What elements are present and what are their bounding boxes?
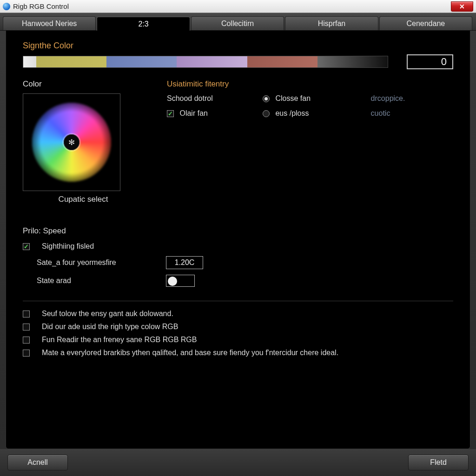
fletd-button[interactable]: Fletd	[408, 455, 469, 470]
spectrum-seg-red	[247, 56, 317, 67]
school-dotrol-label: Schood dotrol	[167, 94, 251, 103]
olair-fan-checkbox[interactable]	[167, 110, 174, 117]
app-window: Rigb RGB Control ✕ Hanwoed Neries 2:3 Co…	[0, 0, 476, 476]
tab-collect[interactable]: Collecitirn	[191, 16, 284, 30]
acnell-label: Acnell	[27, 458, 48, 467]
fletd-label: Fletd	[430, 458, 447, 467]
tab-cenendane[interactable]: Cenendane	[379, 16, 472, 30]
close-fan-radio[interactable]	[263, 95, 270, 102]
spectrum-seg-purple	[177, 56, 247, 67]
content-area: Signthe Color 0 Color ✻ Cupatic select	[6, 31, 470, 449]
check-3[interactable]	[23, 337, 30, 344]
tab-label: Hisprfan	[318, 20, 346, 28]
check-row-2: Did our ade usid the righ type colow RGB	[23, 323, 453, 331]
sighting-checkbox[interactable]	[23, 243, 30, 250]
spectrum-row: 0	[23, 54, 453, 69]
close-fan-label: Closse fan	[275, 94, 311, 102]
color-wheel-box: ✻	[23, 93, 120, 191]
toggle-knob	[168, 277, 177, 286]
settings-title: Usiatimitic fitentry	[167, 79, 453, 89]
check-row-4: Mate a everylored brarkibs ythen qalifte…	[23, 349, 453, 357]
spectrum-seg-olive	[36, 56, 106, 67]
close-icon: ✕	[459, 3, 465, 10]
checklist: Seuf tolow the ensy gant auk dolowand. D…	[23, 310, 453, 362]
close-button[interactable]: ✕	[451, 1, 473, 12]
tab-hisprfan[interactable]: Hisprfan	[285, 16, 378, 30]
tab-bar: Hanwoed Neries 2:3 Collecitirn Hisprfan …	[0, 13, 476, 31]
sate-value-input[interactable]: 1.20C	[166, 256, 203, 269]
divider	[23, 301, 453, 301]
check-row-1: Seuf tolow the ensy gant auk dolowand.	[23, 310, 453, 318]
tab-23[interactable]: 2:3	[97, 17, 190, 31]
eus-ploss-radio[interactable]	[263, 110, 270, 117]
color-label: Color	[23, 79, 144, 89]
color-row: Color ✻ Cupatic select Usiatimitic fiten…	[23, 79, 453, 204]
check-4[interactable]	[23, 350, 30, 357]
speed-section: Prilo: Speed Sighthiing fisled Sate_a fo…	[23, 226, 453, 292]
sate-label: Sate_a four yeormesfire	[37, 258, 158, 267]
state-arad-label: State arad	[37, 277, 158, 285]
tab-label: Hanwoed Neries	[22, 20, 77, 28]
tab-label: Cenendane	[406, 20, 445, 28]
settings-grid: Schood dotrol Closse fan drcoppice. Olai…	[167, 94, 453, 118]
signthe-label: Signthe Color	[23, 41, 453, 51]
cuotic-hint: cuotic	[371, 109, 453, 118]
tab-label: Collecitirn	[221, 20, 254, 28]
check-4-label: Mate a everylored brarkibs ythen qalifte…	[42, 349, 338, 357]
check-3-label: Fun Readir the an freney sane RGB RGB RG…	[42, 336, 197, 344]
tab-label: 2:3	[138, 20, 148, 28]
sate-row: Sate_a four yeormesfire 1.20C	[23, 256, 453, 269]
olair-fan-check-wrapper: Olair fan	[167, 109, 251, 118]
check-1[interactable]	[23, 311, 30, 317]
color-wheel-center-icon[interactable]: ✻	[64, 134, 79, 150]
title-bar: Rigb RGB Control ✕	[0, 0, 476, 13]
olair-fan-label: Olair fan	[179, 109, 207, 117]
spectrum-value-input[interactable]: 0	[407, 54, 453, 69]
sighting-label: Sighthiing fisled	[42, 242, 94, 251]
settings-column: Usiatimitic fitentry Schood dotrol Closs…	[167, 79, 453, 204]
state-arad-toggle[interactable]	[166, 275, 195, 287]
spectrum-seg-blue	[106, 56, 177, 67]
window-title: Rigb RGB Control	[13, 2, 69, 10]
check-2[interactable]	[23, 324, 30, 331]
state-arad-row: State arad	[23, 275, 453, 287]
check-row-3: Fun Readir the an freney sane RGB RGB RG…	[23, 336, 453, 344]
check-2-label: Did our ade usid the righ type colow RGB	[42, 323, 178, 331]
speed-title: Prilo: Speed	[23, 226, 453, 236]
acnell-button[interactable]: Acnell	[7, 455, 68, 470]
check-1-label: Seuf tolow the ensy gant auk dolowand.	[42, 310, 173, 318]
color-column: Color ✻ Cupatic select	[23, 79, 144, 204]
footer: Acnell Fletd	[0, 449, 476, 476]
sighting-row: Sighthiing fisled	[23, 242, 453, 251]
color-spectrum-slider[interactable]	[23, 56, 388, 68]
spectrum-seg-white	[23, 56, 36, 67]
color-wheel-caption: Cupatic select	[23, 195, 144, 204]
eus-ploss-radio-wrapper: eus /ploss	[263, 109, 359, 118]
eus-ploss-label: eus /ploss	[275, 109, 309, 117]
close-fan-radio-wrapper: Closse fan	[263, 94, 359, 103]
drcoppice-hint: drcoppice.	[371, 94, 453, 103]
tab-hanwoed[interactable]: Hanwoed Neries	[3, 16, 96, 30]
app-icon	[3, 3, 10, 10]
spectrum-seg-grey	[317, 56, 388, 67]
